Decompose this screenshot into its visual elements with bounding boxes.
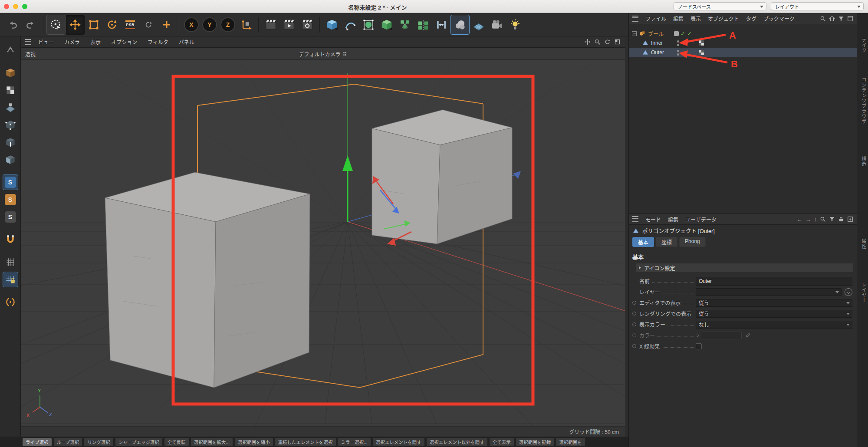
viewport-menu-view[interactable]: ビュー	[38, 38, 54, 46]
convert-object-button[interactable]	[3, 43, 18, 58]
tab-coordinates[interactable]: 座標	[656, 237, 677, 247]
redo-button[interactable]	[22, 15, 40, 34]
tab-basic[interactable]: 基本	[632, 237, 654, 247]
object-manager-tree[interactable]: ブール ✓ ✓ Inner Outer	[628, 24, 857, 214]
dock-tab-content-browser[interactable]: コンテンツブラウザ	[860, 77, 867, 124]
quantize-toggle-button[interactable]	[3, 254, 18, 270]
cube-mesh-right[interactable]	[372, 110, 512, 244]
hide-unselected-command[interactable]: 選択エレメント以外を隠す	[427, 438, 487, 446]
move-tool-button[interactable]	[66, 15, 85, 35]
render-visibility-select[interactable]: 従う	[696, 310, 852, 318]
edges-mode-button[interactable]	[3, 135, 18, 150]
psr-tool-button[interactable]: PSR	[121, 15, 139, 34]
search-icon[interactable]	[820, 16, 826, 22]
new-panel-icon[interactable]	[847, 216, 853, 222]
collapse-icon[interactable]	[632, 31, 637, 36]
light-button[interactable]	[506, 15, 524, 34]
ring-selection-command[interactable]: リング選択	[84, 438, 113, 446]
filter-icon[interactable]	[829, 216, 835, 222]
mirror-selection-command[interactable]: ミラー選択...	[338, 438, 371, 446]
toggle-view-icon[interactable]	[614, 39, 621, 45]
solo-single-button[interactable]: S	[3, 174, 18, 190]
points-mode-button[interactable]	[3, 117, 18, 133]
subdivision-surface-button[interactable]	[359, 15, 378, 34]
camera-menu-icon[interactable]	[343, 52, 347, 56]
viewport-canvas[interactable]: Y Z X	[21, 60, 625, 426]
viewport-menu-icon[interactable]	[25, 39, 31, 45]
visibility-dots[interactable]	[677, 40, 679, 46]
live-selection-tool-button[interactable]	[46, 15, 66, 35]
object-row-inner[interactable]: Inner	[629, 38, 857, 48]
solo-off-button[interactable]: S	[3, 209, 18, 225]
history-forward-icon[interactable]: →	[806, 217, 811, 222]
viewport-menu-panel[interactable]: パネル	[179, 38, 194, 46]
xray-checkbox[interactable]	[696, 343, 702, 349]
y-axis-lock-button[interactable]: Y	[201, 15, 219, 34]
undo-button[interactable]	[3, 15, 22, 34]
z-axis-lock-button[interactable]: Z	[219, 15, 237, 34]
invert-all-command[interactable]: 全て反転	[164, 438, 189, 446]
panel-icon[interactable]	[847, 16, 853, 22]
parent-up-icon[interactable]: ↑	[814, 217, 817, 222]
om-menu-file[interactable]: ファイル	[645, 15, 666, 22]
am-menu-userdata[interactable]: ユーザデータ	[685, 216, 717, 223]
hide-selected-command[interactable]: 選択エレメントを隠す	[373, 438, 424, 446]
display-color-select[interactable]: なし	[696, 321, 852, 329]
restore-selection-command[interactable]: 選択範囲を	[556, 438, 585, 446]
close-window-button[interactable]	[4, 4, 9, 9]
viewport-menu-filter[interactable]: フィルタ	[148, 38, 168, 46]
pan-view-icon[interactable]	[584, 39, 591, 45]
editor-visibility-select[interactable]: 従う	[696, 299, 852, 307]
texture-tag-icon[interactable]	[698, 49, 704, 56]
snap-toggle-button[interactable]	[3, 232, 18, 247]
fields-button[interactable]	[432, 15, 450, 34]
camera-button[interactable]	[488, 15, 506, 34]
enabled-check-icon[interactable]: ✓	[681, 30, 685, 37]
x-axis-lock-button[interactable]: X	[182, 15, 201, 34]
keyframe-dot[interactable]	[632, 312, 636, 316]
live-selection-command[interactable]: ライブ選択	[23, 438, 52, 446]
keyframe-dot[interactable]	[632, 301, 636, 305]
dock-tab-take[interactable]: テイク	[860, 37, 867, 53]
nodespace-select[interactable]: ノードスペース	[674, 2, 766, 10]
rotate-tool-button[interactable]	[103, 15, 121, 34]
minimize-window-button[interactable]	[13, 4, 18, 9]
object-name[interactable]: ブール	[648, 30, 674, 37]
history-back-icon[interactable]: ←	[797, 217, 802, 222]
visibility-dots[interactable]	[677, 50, 679, 56]
select-connected-command[interactable]: 連続したエレメントを選択	[275, 438, 336, 446]
texture-tag-icon[interactable]	[698, 40, 704, 46]
home-icon[interactable]	[829, 16, 835, 22]
keyframe-dot[interactable]	[632, 322, 636, 326]
dock-tab-attributes[interactable]: 属性	[860, 239, 867, 249]
modeling-axis-button[interactable]	[3, 294, 18, 310]
polygons-mode-button[interactable]	[3, 152, 18, 168]
object-manager-menu-icon[interactable]	[632, 16, 638, 22]
layer-select[interactable]	[696, 288, 842, 296]
om-menu-objects[interactable]: オブジェクト	[708, 15, 739, 22]
lock-icon[interactable]	[838, 216, 844, 222]
workplane-mode-button[interactable]	[3, 100, 18, 115]
floor-button[interactable]	[470, 15, 488, 34]
model-mode-button[interactable]	[3, 65, 18, 81]
am-menu-edit[interactable]: 編集	[668, 216, 678, 223]
cycle-tool-button[interactable]	[139, 15, 158, 34]
render-picture-viewer-button[interactable]	[280, 15, 298, 34]
loop-selection-command[interactable]: ループ選択	[54, 438, 82, 446]
add-axis-tool-button[interactable]	[158, 15, 176, 34]
cloner-button[interactable]	[396, 15, 414, 34]
solo-selection-button[interactable]: S	[3, 192, 18, 207]
filter-icon[interactable]	[838, 16, 844, 22]
om-menu-edit[interactable]: 編集	[673, 15, 684, 22]
attribute-manager-menu-icon[interactable]	[632, 216, 638, 222]
dock-tab-structure[interactable]: 構造	[860, 156, 867, 167]
scale-tool-button[interactable]	[85, 15, 103, 34]
symmetry-button[interactable]	[414, 15, 432, 34]
dock-tab-layers[interactable]: レイヤー	[860, 282, 867, 303]
object-name[interactable]: Inner	[651, 40, 677, 46]
viewport[interactable]: 透視 デフォルトカメラ	[21, 48, 625, 437]
search-icon[interactable]	[820, 216, 826, 222]
store-selection-command[interactable]: 選択範囲を記録	[516, 438, 554, 446]
keyframe-dot[interactable]	[632, 344, 636, 348]
volume-builder-button[interactable]	[450, 15, 470, 35]
